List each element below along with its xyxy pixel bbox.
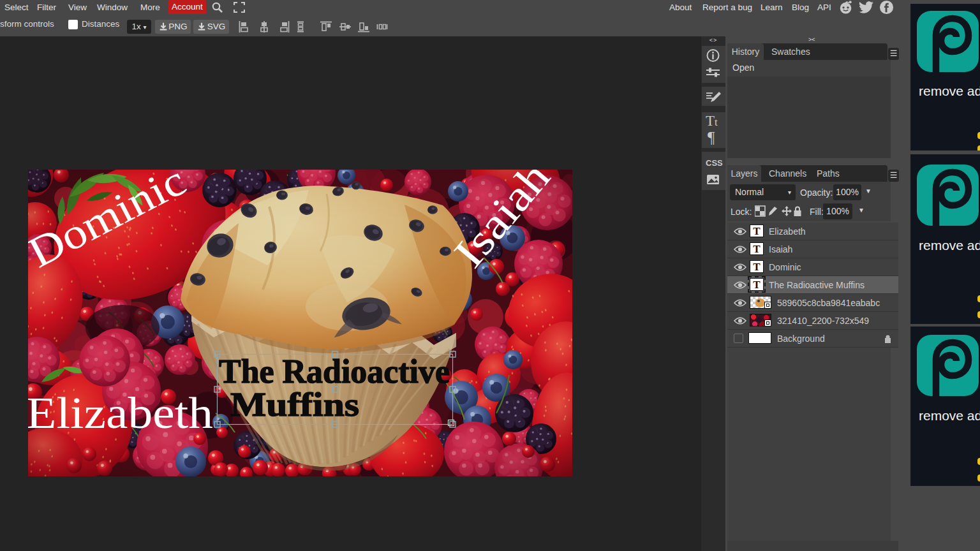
svg-text:¶: ¶	[708, 129, 715, 145]
svg-text:CSS: CSS	[706, 158, 723, 168]
svg-text:Muffins: Muffins	[230, 386, 359, 423]
svg-text:T: T	[706, 113, 715, 129]
svg-text:t: t	[715, 116, 718, 128]
svg-text:The Radioactive: The Radioactive	[219, 353, 450, 390]
svg-text:Elizabeth: Elizabeth	[28, 388, 213, 437]
